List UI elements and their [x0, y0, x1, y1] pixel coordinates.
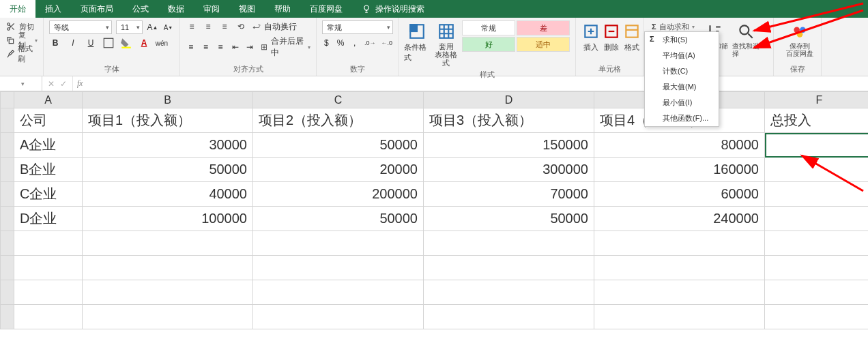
cell[interactable]: 总投入 [765, 108, 869, 133]
find-select-button[interactable]: 查找和选择 [732, 20, 760, 59]
select-all-corner[interactable] [1, 92, 14, 108]
cell[interactable]: 公司 [14, 108, 83, 133]
cell[interactable] [14, 231, 83, 256]
cell[interactable] [594, 256, 765, 280]
orientation-icon[interactable]: ⟲ [235, 20, 247, 33]
cell[interactable]: 300000 [424, 158, 594, 182]
cell[interactable] [424, 256, 594, 280]
cell[interactable]: 160000 [594, 158, 765, 182]
currency-icon[interactable]: $ [322, 37, 331, 49]
italic-button[interactable]: I [67, 37, 79, 49]
row-header[interactable] [1, 280, 14, 305]
cell[interactable] [594, 280, 765, 305]
align-right-icon[interactable]: ≡ [215, 41, 226, 53]
cell[interactable]: 40000 [83, 182, 253, 207]
cell[interactable] [594, 305, 765, 329]
col-header-F[interactable]: F [765, 92, 869, 108]
tab-home[interactable]: 开始 [0, 0, 35, 18]
cell[interactable] [83, 280, 253, 305]
cell[interactable] [253, 231, 424, 256]
cell-active[interactable] [765, 133, 869, 158]
cell[interactable]: 60000 [594, 182, 765, 207]
menu-sum[interactable]: 求和(S) [645, 32, 719, 48]
cell[interactable] [14, 256, 83, 280]
number-format-select[interactable]: 常规 [322, 20, 393, 34]
increase-font-icon[interactable]: A▲ [147, 21, 158, 33]
tell-me-search[interactable]: 操作说明搜索 [352, 0, 434, 18]
cell[interactable]: B企业 [14, 158, 83, 182]
cell[interactable]: 100000 [83, 207, 253, 231]
cell[interactable]: 240000 [594, 207, 765, 231]
cell[interactable] [765, 231, 869, 256]
cell[interactable] [253, 305, 424, 329]
cell[interactable] [424, 231, 594, 256]
row-header[interactable] [1, 108, 14, 133]
align-top-icon[interactable]: ≡ [186, 20, 198, 33]
name-box[interactable] [0, 76, 42, 91]
cell[interactable]: 50000 [253, 133, 424, 158]
fx-icon[interactable]: fx [73, 76, 87, 91]
cell[interactable]: 50000 [83, 158, 253, 182]
bold-button[interactable]: B [49, 37, 61, 49]
format-as-table-button[interactable]: 套用 表格格式 [433, 20, 460, 68]
enter-formula-icon[interactable]: ✓ [60, 79, 67, 89]
row-header[interactable] [1, 133, 14, 158]
font-size-select[interactable]: 11 [116, 20, 143, 34]
cell[interactable]: 20000 [253, 158, 424, 182]
tab-formulas[interactable]: 公式 [123, 0, 158, 18]
align-bottom-icon[interactable]: ≡ [218, 20, 231, 33]
cell[interactable]: 80000 [594, 133, 765, 158]
format-painter-button[interactable]: 格式刷 [5, 48, 38, 60]
cell[interactable]: 项目1（投入额） [83, 108, 253, 133]
style-good[interactable]: 好 [462, 37, 515, 52]
col-header-A[interactable]: A [14, 92, 83, 108]
wrap-text-button[interactable]: ⮐自动换行 [251, 21, 297, 33]
cell[interactable] [765, 256, 869, 280]
row-header[interactable] [1, 256, 14, 280]
cell[interactable] [765, 280, 869, 305]
tab-insert[interactable]: 插入 [35, 0, 71, 18]
menu-min[interactable]: 最小值(I) [645, 95, 719, 110]
menu-max[interactable]: 最大值(M) [645, 79, 719, 95]
tab-view[interactable]: 视图 [229, 0, 265, 18]
format-cells-button[interactable]: 格式 [622, 20, 641, 54]
dec-decimal-icon[interactable]: ←.0 [381, 37, 392, 49]
cell[interactable] [253, 256, 424, 280]
merge-center-button[interactable]: ⊞合并后居中▾ [259, 35, 310, 59]
phonetic-button[interactable]: wén [156, 37, 168, 49]
cell[interactable] [14, 305, 83, 329]
border-button[interactable] [102, 37, 115, 49]
cell[interactable] [765, 158, 869, 182]
cell[interactable]: 50000 [424, 207, 594, 231]
delete-cells-button[interactable]: 删除 [602, 20, 621, 54]
col-header-C[interactable]: C [253, 92, 424, 108]
tab-help[interactable]: 帮助 [265, 0, 300, 18]
row-header[interactable] [1, 182, 14, 207]
cell[interactable] [765, 305, 869, 329]
cell[interactable]: 50000 [253, 207, 424, 231]
cell[interactable]: 70000 [424, 182, 594, 207]
font-color-button[interactable]: A [138, 37, 150, 49]
row-header[interactable] [1, 158, 14, 182]
indent-inc-icon[interactable]: ⇥ [245, 41, 256, 53]
underline-button[interactable]: U [85, 37, 97, 49]
font-name-select[interactable]: 等线 [49, 20, 112, 34]
cancel-formula-icon[interactable]: ✕ [48, 79, 55, 89]
tab-baidu[interactable]: 百度网盘 [300, 0, 352, 18]
comma-icon[interactable]: , [350, 37, 359, 49]
style-bad[interactable]: 差 [517, 20, 570, 35]
cell[interactable]: 30000 [83, 133, 253, 158]
cell[interactable] [424, 280, 594, 305]
insert-cells-button[interactable]: 插入 [581, 20, 601, 54]
cell[interactable]: 200000 [253, 182, 424, 207]
fill-color-button[interactable] [120, 37, 132, 49]
menu-average[interactable]: 平均值(A) [645, 48, 719, 63]
cell[interactable] [83, 256, 253, 280]
cell[interactable] [253, 280, 424, 305]
inc-decimal-icon[interactable]: .0→ [364, 37, 376, 49]
cell[interactable] [765, 182, 869, 207]
row-header[interactable] [1, 207, 14, 231]
cell[interactable] [14, 280, 83, 305]
menu-other-functions[interactable]: 其他函数(F)... [645, 110, 719, 126]
tab-page-layout[interactable]: 页面布局 [71, 0, 123, 18]
